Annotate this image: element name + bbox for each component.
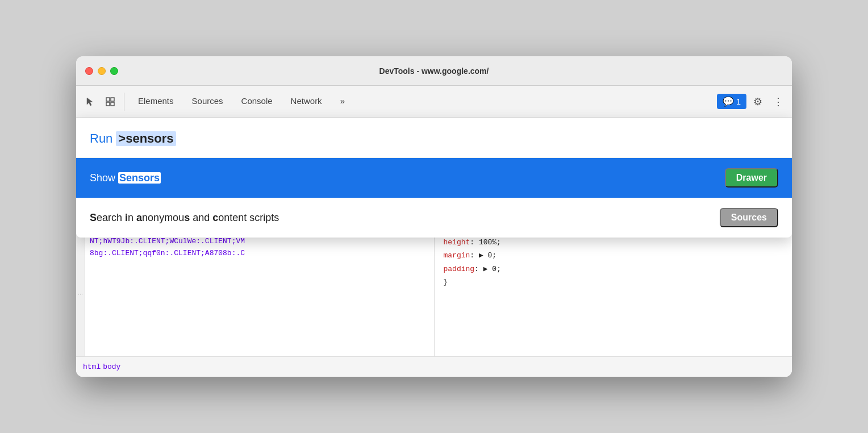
svg-rect-0 bbox=[106, 98, 110, 101]
result-text-show-sensors: Show Sensors bbox=[90, 172, 161, 184]
breadcrumb-bar: html body bbox=[76, 356, 792, 377]
cursor-icon[interactable] bbox=[81, 93, 99, 111]
breadcrumb-html[interactable]: html bbox=[83, 363, 101, 371]
tab-console[interactable]: Console bbox=[232, 86, 282, 118]
command-input-area: Run >sensors bbox=[76, 118, 792, 158]
toolbar-right: 💬 1 ⚙ ⋮ bbox=[717, 93, 787, 111]
traffic-lights bbox=[85, 67, 118, 75]
window-title: DevTools - www.google.com/ bbox=[379, 66, 489, 76]
svg-rect-3 bbox=[111, 102, 114, 106]
dots-icon: ⋮ bbox=[773, 95, 783, 108]
tab-network[interactable]: Network bbox=[282, 86, 331, 118]
chat-icon: 💬 bbox=[723, 96, 734, 107]
toolbar-divider bbox=[124, 93, 124, 111]
devtools-container: Elements Sources Console Network » 💬 bbox=[76, 86, 792, 377]
more-options-button[interactable]: ⋮ bbox=[769, 93, 787, 111]
breadcrumb-body[interactable]: body bbox=[103, 363, 120, 371]
gear-icon: ⚙ bbox=[753, 95, 762, 108]
scroll-handle[interactable]: ··· bbox=[76, 231, 85, 356]
elements-area: ··· NT;hWT9Jb:.CLIENT;WCulWe:.CLIENT;VM … bbox=[76, 231, 792, 356]
styles-panel: height: 100%; margin: ▶ 0; padding: ▶ 0;… bbox=[435, 231, 792, 356]
svg-rect-1 bbox=[111, 98, 114, 101]
dom-panel: NT;hWT9Jb:.CLIENT;WCulWe:.CLIENT;VM 8bg:… bbox=[85, 231, 435, 356]
inspect-icon[interactable] bbox=[101, 93, 119, 111]
command-results-list: Show Sensors Drawer Search in anonymous … bbox=[76, 158, 792, 238]
styles-code: height: 100%; margin: ▶ 0; padding: ▶ 0;… bbox=[444, 236, 783, 289]
close-button[interactable] bbox=[85, 67, 93, 75]
command-result-item[interactable]: Show Sensors Drawer bbox=[76, 158, 792, 198]
command-result-item-search[interactable]: Search in anonymous and content scripts … bbox=[76, 198, 792, 238]
toolbar: Elements Sources Console Network » 💬 bbox=[76, 86, 792, 118]
title-bar: DevTools - www.google.com/ bbox=[76, 56, 792, 86]
scroll-dots: ··· bbox=[78, 290, 83, 297]
minimize-button[interactable] bbox=[98, 67, 106, 75]
maximize-button[interactable] bbox=[110, 67, 118, 75]
tab-more[interactable]: » bbox=[331, 86, 354, 118]
result-text-search: Search in anonymous and content scripts bbox=[90, 212, 279, 224]
dom-code: NT;hWT9Jb:.CLIENT;WCulWe:.CLIENT;VM 8bg:… bbox=[90, 236, 429, 260]
svg-rect-2 bbox=[106, 102, 110, 106]
toolbar-tabs: Elements Sources Console Network » bbox=[129, 86, 715, 118]
main-content: Run >sensors Show Sensors Drawer bbox=[76, 118, 792, 377]
command-prefix: Run bbox=[90, 131, 112, 146]
messages-badge-button[interactable]: 💬 1 bbox=[717, 94, 746, 109]
result-highlight-sensors: Sensors bbox=[118, 172, 161, 184]
sources-badge-button[interactable]: Sources bbox=[720, 208, 778, 227]
command-input-display[interactable]: Run >sensors bbox=[90, 131, 778, 146]
settings-button[interactable]: ⚙ bbox=[749, 93, 767, 111]
drawer-badge-button[interactable]: Drawer bbox=[725, 168, 778, 188]
tab-sources[interactable]: Sources bbox=[183, 86, 232, 118]
devtools-window: DevTools - www.google.com/ bbox=[76, 56, 792, 377]
tab-elements[interactable]: Elements bbox=[129, 86, 183, 118]
command-query: >sensors bbox=[116, 131, 176, 146]
command-palette: Run >sensors Show Sensors Drawer bbox=[76, 118, 792, 238]
